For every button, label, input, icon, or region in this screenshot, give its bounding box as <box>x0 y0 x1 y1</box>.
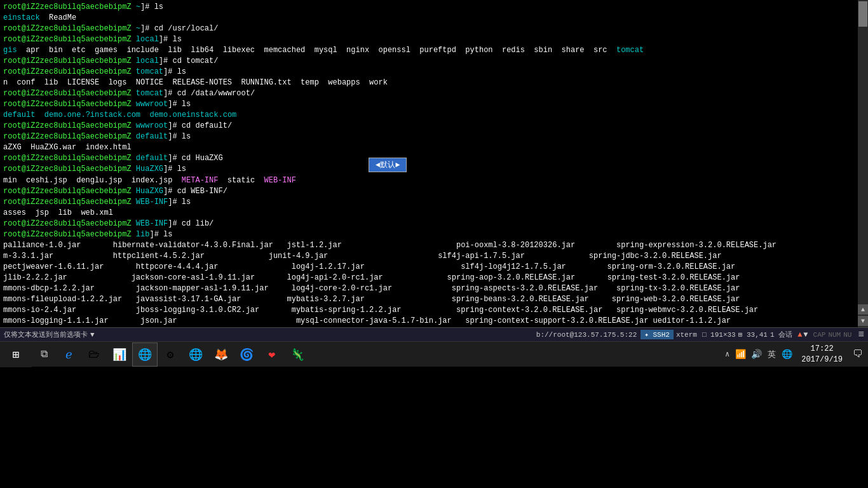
context-menu-text: ◄默认► <box>376 161 400 170</box>
lang-icon: 英 <box>768 350 776 360</box>
explorer-icon: 🗁 <box>88 348 100 361</box>
terminal-line: root@iZ2zec8ubilq5aecbebipmZ default]# l… <box>3 132 855 142</box>
size-label: □ 191×33 <box>702 331 736 339</box>
xterm-label: xterm <box>676 331 697 339</box>
statusbar: 仅将文本发送到当前选项卡 ▼ b://root@123.57.175.5:22 … <box>0 327 868 341</box>
terminal-line: root@iZ2zec8ubilq5aecbebipmZ default]# c… <box>3 153 855 164</box>
scrollbar-arrow-down[interactable]: ▼ <box>858 316 868 326</box>
taskbar-app-7[interactable]: 🌀 <box>234 342 259 367</box>
wifi-icon: 📶 <box>735 349 746 360</box>
settings-icon: ⚙ <box>167 348 174 362</box>
tray-volume[interactable]: 🔊 <box>750 349 763 360</box>
ssh2-badge: ✦ SSH2 <box>641 330 674 339</box>
terminal-line: root@iZ2zec8ubilq5aecbebipmZ WEB-INF]# c… <box>3 219 855 229</box>
app7-icon: 🌀 <box>240 348 254 362</box>
notification-button[interactable]: 🗨 <box>848 348 868 360</box>
terminal-line: root@iZ2zec8ubilq5aecbebipmZ HuaZXG]# cd… <box>3 186 855 197</box>
start-icon: ⊞ <box>13 348 20 362</box>
clock-date: 2017/9/19 <box>801 355 843 365</box>
tray-globe[interactable]: 🌐 <box>780 349 794 360</box>
system-tray: ∧ 📶 🔊 英 🌐 <box>723 349 796 360</box>
context-menu[interactable]: ◄默认► <box>369 158 407 172</box>
taskbar-app-9[interactable]: 🦎 <box>285 342 310 367</box>
terminal-line: root@iZ2zec8ubilq5aecbebipmZ ~]# ls <box>3 2 855 13</box>
globe-icon: 🌐 <box>782 349 792 360</box>
arrow-up-btn[interactable]: ▲ <box>797 330 802 339</box>
tray-lang[interactable]: 英 <box>766 349 778 360</box>
taskbar-app-settings[interactable]: ⚙ <box>158 342 183 367</box>
terminal-line: root@iZ2zec8ubilq5aecbebipmZ wwwroot]# c… <box>3 121 855 132</box>
arrow-down-btn[interactable]: ▼ <box>803 330 808 339</box>
nu-label: NU <box>843 331 851 339</box>
browser2-icon: 🌐 <box>138 348 152 362</box>
app8-icon: ❤ <box>269 348 276 362</box>
task-view-button[interactable]: ⧉ <box>32 342 56 367</box>
terminal-line: mmons-io-2.4.jar jboss-logging-3.1.0.CR2… <box>3 305 855 316</box>
firefox-icon: 🦊 <box>214 348 228 362</box>
terminal-line: root@iZ2zec8ubilq5aecbebipmZ local]# cd … <box>3 56 855 67</box>
volume-icon: 🔊 <box>751 349 762 360</box>
terminal-line: n conf lib LICENSE logs NOTICE RELEASE-N… <box>3 78 855 88</box>
terminal-line: palliance-1.0.jar hibernate-validator-4.… <box>3 240 855 251</box>
taskbar-app-browser3[interactable]: 🌐 <box>183 342 208 367</box>
terminal-line: mmons-dbcp-1.2.2.jar jackson-mapper-asl-… <box>3 283 855 294</box>
ie-icon: ℯ <box>65 348 72 362</box>
scrollbar-arrow-up[interactable]: ▲ <box>858 304 868 315</box>
menu-icon[interactable]: ≡ <box>854 329 868 341</box>
taskbar-app-ie[interactable]: ℯ <box>56 342 81 367</box>
taskbar-app-firefox[interactable]: 🦊 <box>208 342 234 367</box>
terminal-line: m-3.3.1.jar httpclient-4.5.2.jar junit-4… <box>3 251 855 262</box>
terminal-line: pectjweaver-1.6.11.jar httpcore-4.4.4.ja… <box>3 262 855 273</box>
task-view-icon: ⧉ <box>41 348 48 360</box>
terminal-line: mmons-logging-1.1.1.jar json.jar mysql-c… <box>3 316 855 327</box>
ssh-host: b://root@123.57.175.5:22 <box>536 331 637 339</box>
terminal-line: root@iZ2zec8ubilq5aecbebipmZ HuaZXG]# ls <box>3 164 855 175</box>
terminal-line: min ceshi.jsp denglu.jsp index.jsp META-… <box>3 175 855 186</box>
send-text-label: 仅将文本发送到当前选项卡 <box>0 330 88 339</box>
start-button[interactable]: ⊞ <box>0 342 32 367</box>
terminal-output[interactable]: root@iZ2zec8ubilq5aecbebipmZ ~]# lseinst… <box>0 0 858 327</box>
taskbar-app-office[interactable]: 📊 <box>107 342 132 367</box>
notification-icon: 🗨 <box>853 349 863 360</box>
scrollbar-thumb[interactable] <box>858 1 867 27</box>
taskbar-clock[interactable]: 17:22 2017/9/19 <box>796 344 848 365</box>
terminal-line: gis apr bin etc games include lib lib64 … <box>3 45 855 56</box>
clock-time: 17:22 <box>811 344 834 355</box>
terminal-line: einstack ReadMe <box>3 13 855 24</box>
terminal-line: aZXG HuaZXG.war index.html <box>3 142 855 153</box>
taskbar-app-browser2[interactable]: 🌐 <box>132 342 158 367</box>
terminal-line: jlib-2.2.2.jar jackson-core-asl-1.9.11.j… <box>3 273 855 283</box>
session-label: 1 会话 <box>770 330 792 339</box>
taskbar-app-8[interactable]: ❤ <box>259 342 285 367</box>
taskbar-app-explorer[interactable]: 🗁 <box>81 342 107 367</box>
terminal-line: root@iZ2zec8ubilq5aecbebipmZ local]# ls <box>3 34 855 45</box>
terminal-line: root@iZ2zec8ubilq5aecbebipmZ WEB-INF]# l… <box>3 197 855 208</box>
office-icon: 📊 <box>112 348 126 362</box>
terminal-line: root@iZ2zec8ubilq5aecbebipmZ ~]# cd /usr… <box>3 24 855 34</box>
terminal-line: root@iZ2zec8ubilq5aecbebipmZ tomcat]# cd… <box>3 88 855 99</box>
terminal-line: root@iZ2zec8ubilq5aecbebipmZ wwwroot]# l… <box>3 99 855 110</box>
app9-icon: 🦎 <box>290 348 304 362</box>
cap-label: CAP <box>813 331 826 339</box>
position-label: ⊞ 33,41 <box>738 330 768 339</box>
terminal-line: mmons-fileupload-1.2.2.jar javassist-3.1… <box>3 294 855 305</box>
terminal-line: asses jsp lib web.xml <box>3 208 855 219</box>
num-label: NUM <box>828 331 841 339</box>
terminal-line: root@iZ2zec8ubilq5aecbebipmZ lib]# ls <box>3 229 855 240</box>
taskbar: ⊞ ⧉ ℯ 🗁 📊 🌐 ⚙ 🌐 🦊 🌀 ❤ <box>0 341 868 367</box>
terminal-window: root@iZ2zec8ubilq5aecbebipmZ ~]# lseinst… <box>0 0 858 327</box>
terminal-line: root@iZ2zec8ubilq5aecbebipmZ tomcat]# ls <box>3 67 855 78</box>
tray-wifi[interactable]: 📶 <box>734 349 747 360</box>
browser3-icon: 🌐 <box>189 348 203 362</box>
tray-expand[interactable]: ∧ <box>723 349 731 359</box>
statusbar-dropdown-arrow[interactable]: ▼ <box>90 331 95 339</box>
terminal-line: default demo.one.?instack.com demo.onein… <box>3 110 855 121</box>
scrollbar-track[interactable]: ▲ ▼ <box>858 0 868 327</box>
